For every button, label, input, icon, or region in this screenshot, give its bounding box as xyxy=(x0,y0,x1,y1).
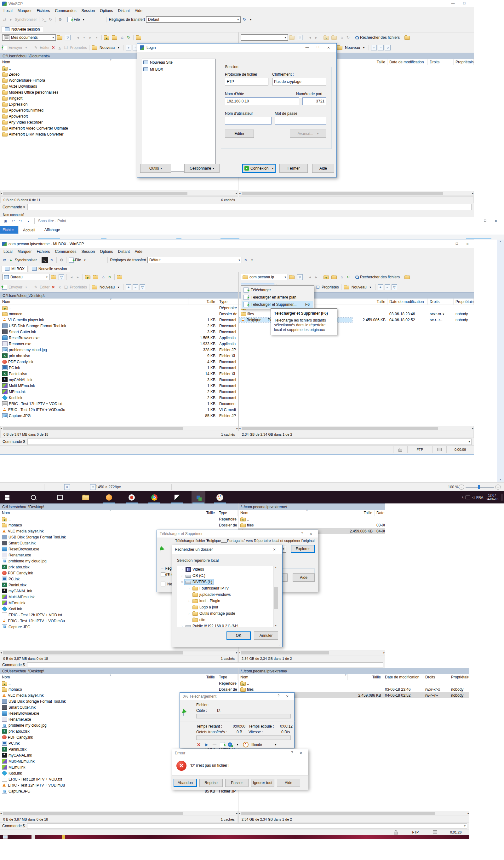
transfer-refresh-icon[interactable]: ↻ xyxy=(242,17,247,23)
column-header-proprietaire[interactable]: Propriétaire xyxy=(454,59,474,65)
refresh-icon[interactable]: ↻ xyxy=(345,35,351,40)
column-header-nom[interactable]: Nom xyxy=(238,674,348,680)
move-to-background-icon[interactable] xyxy=(220,742,225,747)
menu-item[interactable]: Local xyxy=(3,249,13,254)
add-column-icon[interactable]: + xyxy=(371,45,377,51)
forward-icon[interactable]: ▸ xyxy=(314,35,319,40)
root-directory-icon[interactable] xyxy=(112,36,117,40)
command-input[interactable] xyxy=(27,662,383,668)
file-row[interactable]: monaco Dossier de xyxy=(0,522,238,528)
maximize-icon[interactable]: □ xyxy=(452,242,462,245)
remote-directory-combo[interactable]: com.pecana.ip ▾ xyxy=(241,274,288,280)
synchroniser-button[interactable]: Synchroniser xyxy=(15,17,37,22)
column-header-taille[interactable]: Taille xyxy=(188,510,217,516)
refresh-session-icon[interactable]: ↻ xyxy=(49,257,54,263)
scroll-right-icon[interactable]: ▸ xyxy=(472,427,473,430)
winscp-taskbar-icon[interactable] xyxy=(192,491,205,503)
envoyer-button[interactable]: Envoyer xyxy=(9,285,23,289)
edit-pencil-icon[interactable]: ✎ xyxy=(33,284,39,290)
column-header-nom[interactable]: Nom xyxy=(0,299,188,304)
tree-expander-icon[interactable]: › xyxy=(180,568,184,571)
filter-icon[interactable]: ▽ xyxy=(391,284,397,290)
file-explorer-icon[interactable] xyxy=(79,491,93,503)
chevron-down-icon[interactable]: ▾ xyxy=(94,35,99,40)
file-row[interactable]: prix abo.xlsx 9 KB Fichier XL xyxy=(0,353,238,359)
remove-column-icon[interactable]: − xyxy=(378,45,384,51)
root-directory-icon[interactable] xyxy=(331,275,337,279)
column-header-droits[interactable]: Droits xyxy=(428,59,454,65)
start-button[interactable] xyxy=(0,491,14,503)
file-row[interactable]: Multi-MEmu.lnk 1 KB Raccourci xyxy=(0,383,238,389)
chevron-down-icon[interactable]: ▾ xyxy=(361,45,366,51)
nouveau-button[interactable]: Nouveau xyxy=(345,45,360,50)
rename-icon[interactable]: x̲ xyxy=(57,284,62,290)
filter-icon[interactable]: ▽ xyxy=(59,274,64,280)
file-row[interactable]: monaco Dossier de xyxy=(0,686,238,692)
scroll-left-icon[interactable]: ◂ xyxy=(239,812,240,815)
maximize-icon[interactable]: □ xyxy=(313,45,323,50)
console-icon[interactable]: >_ xyxy=(42,257,48,263)
proprietes-button[interactable]: Propriétés xyxy=(70,285,87,289)
speed-limit-value[interactable]: Illimité xyxy=(251,742,262,747)
column-header-nom[interactable]: Nom xyxy=(0,510,188,516)
error-dialog-button[interactable]: Reprise xyxy=(199,779,223,787)
chevron-down-icon[interactable]: ▾ xyxy=(368,284,373,290)
username-input[interactable] xyxy=(225,117,271,125)
chevron-down-icon[interactable]: ▾ xyxy=(82,257,87,263)
file-row[interactable]: files 03-06-18 23:46 xyxy=(238,522,385,528)
zoom-slider-handle[interactable] xyxy=(478,485,480,489)
volume-icon[interactable]: ◁ xyxy=(472,496,474,499)
file-row[interactable]: .. Répertoire xyxy=(0,305,238,311)
add-column-icon[interactable]: + xyxy=(126,45,131,51)
tree-item[interactable]: › OS (C:) xyxy=(177,573,278,579)
chevron-down-icon[interactable]: ▾ xyxy=(250,257,254,263)
local-directory-combo[interactable]: Mes documents ▾ xyxy=(2,34,56,41)
scroll-right-icon[interactable]: ▸ xyxy=(468,812,469,815)
chevron-down-icon[interactable]: ▾ xyxy=(315,132,319,135)
remote-path-bar[interactable]: /../com.pecana.iptvextreme/ xyxy=(238,668,469,674)
annuler-button[interactable]: Annuler xyxy=(254,631,278,640)
column-header-proprietaire[interactable]: Propriétaire xyxy=(449,674,469,680)
error-dialog-button[interactable]: Abandon xyxy=(174,779,197,787)
filter-icon[interactable]: ▽ xyxy=(65,35,71,40)
local-horizontal-scrollbar[interactable]: ◂ ▸ xyxy=(0,650,238,655)
help-icon[interactable]: ? xyxy=(298,531,306,536)
dialog-titlebar[interactable]: Erreur ? × xyxy=(172,749,308,757)
local-path-bar[interactable]: C:\Users\chou_\Desktop\ xyxy=(0,292,238,299)
password-input[interactable] xyxy=(275,117,326,125)
remote-path-bar[interactable]: /../com.pecana.iptvextreme/ xyxy=(238,503,385,510)
column-header-taille[interactable]: Taille xyxy=(339,510,374,516)
preferences-gear-icon[interactable]: ⚙ xyxy=(58,17,63,23)
window1-titlebar[interactable]: WinSCP — □ xyxy=(0,0,474,7)
column-header-type[interactable]: Type xyxy=(217,674,238,680)
help-icon[interactable]: ? xyxy=(275,694,283,699)
column-header-date[interactable]: Date de modification xyxy=(387,299,428,304)
customize-qat-icon[interactable]: ▾ xyxy=(26,218,31,224)
tree-item[interactable]: › Fournisseur IPTV xyxy=(177,585,278,591)
tree-expander-icon[interactable]: ∨ xyxy=(180,580,184,584)
command-input[interactable]: ▾ xyxy=(27,439,472,445)
menu-item[interactable]: Commandes xyxy=(55,249,76,254)
tree-expander-icon[interactable]: › xyxy=(180,625,184,627)
column-header-taille[interactable]: Taille xyxy=(352,59,387,65)
undo-icon[interactable]: ↶ xyxy=(11,218,16,224)
local-horizontal-scrollbar[interactable]: ◂ ▸ xyxy=(0,426,238,431)
minimize-icon[interactable]: — xyxy=(302,45,312,50)
tab-mi-box[interactable]: MI BOX xyxy=(2,266,28,272)
scroll-left-icon[interactable]: ◂ xyxy=(239,192,241,195)
editer-button[interactable]: Editer xyxy=(40,45,49,50)
forward-icon[interactable]: ▸ xyxy=(75,274,80,280)
nouveau-button[interactable]: Nouveau xyxy=(100,45,115,50)
chevron-down-icon[interactable]: ▾ xyxy=(81,35,87,40)
file-row[interactable]: MEmu.lnk 2 KB Raccourci xyxy=(0,389,238,395)
properties-icon[interactable]: ❏ xyxy=(315,284,320,290)
explorer-button[interactable]: Explorer xyxy=(291,545,315,553)
zoom-slider[interactable] xyxy=(465,487,494,488)
aide-button[interactable]: Aide xyxy=(312,164,334,173)
home-directory-icon[interactable]: ⌂ xyxy=(101,274,106,280)
zoom-out-icon[interactable]: − xyxy=(459,485,464,490)
chevron-down-icon[interactable]: ▾ xyxy=(464,825,465,828)
dialog-titlebar[interactable]: Télécharger et Supprimer ? × xyxy=(157,530,318,538)
transfer-options-icon[interactable]: ✔ xyxy=(228,742,232,747)
speed-limit-icon[interactable] xyxy=(243,742,249,747)
